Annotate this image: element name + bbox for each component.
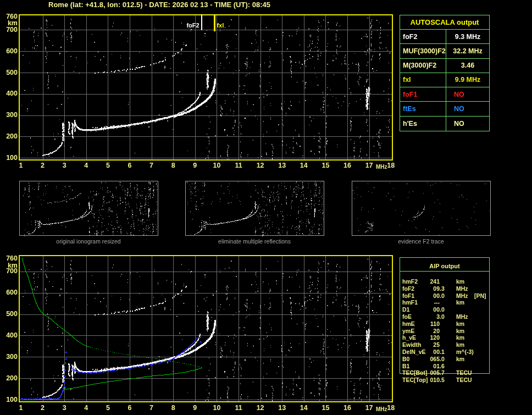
top-plot-x-axis-unit: MHz (376, 164, 387, 170)
autoscala-row-muf3000f2: MUF(3000)F232.2 MHz (400, 44, 489, 58)
aip-row-unit: TECU (456, 377, 472, 383)
aip-row-d1: D100.0 (400, 306, 489, 313)
autoscala-row-label: foF1 (400, 87, 446, 101)
aip-row-unit: MHz (456, 285, 468, 292)
top-plot-x-tick: 5 (102, 162, 114, 169)
autoscala-row-value: NO (446, 87, 489, 101)
autoscala-row-value: 9.3 MHz (446, 30, 489, 43)
top-plot-x-tick: 14 (298, 162, 310, 169)
top-plot-x-tick: 3 (58, 162, 70, 169)
autoscala-row-label: ftEs (400, 102, 446, 115)
top-plot-y-tick: 100 (1, 154, 18, 162)
aip-row-value-int: 010 (410, 377, 440, 383)
aip-row-name: B1 (402, 363, 409, 369)
aip-row-unit: km (456, 356, 464, 362)
autoscala-table-header: AUTOSCALA output (400, 15, 489, 30)
bottom-plot-x-tick: 13 (276, 405, 288, 412)
top-plot-x-tick: 16 (341, 162, 353, 169)
aip-row-extra: [PN] (474, 292, 486, 299)
top-plot-x-tick: 13 (276, 162, 288, 169)
aip-row-value-int: 241 (410, 278, 440, 285)
bottom-plot-y-tick: 100 (1, 396, 18, 403)
top-plot-x-tick: 9 (189, 162, 201, 169)
aip-row-ewidth: Ewidth25km (400, 341, 489, 348)
bottom-plot-x-tick: 15 (319, 405, 331, 412)
bottom-plot-x-tick: 7 (146, 405, 158, 412)
aip-row-unit: km (456, 341, 464, 348)
top-plot-y-tick: 500 (1, 69, 18, 76)
aip-row-yme: ymE20km (400, 328, 489, 334)
aip-row-value-frac: .0 (440, 292, 445, 299)
top-plot-x-tick: 12 (254, 162, 267, 169)
bottom-plot-x-axis-unit: MHz (376, 407, 387, 412)
autoscala-output-table: AUTOSCALA output foF29.3 MHzMUF(3000)F23… (400, 15, 490, 131)
aip-row-value-frac: .0 (440, 306, 445, 313)
aip-row-value-frac: .6 (440, 363, 445, 369)
aip-row-unit: TECU (456, 369, 472, 376)
fxI-marker-label: fxI (217, 23, 224, 29)
bottom-plot-x-tick: 8 (167, 405, 179, 412)
autoscala-row-fof1: foF1NO (400, 87, 489, 102)
autoscala-row-label: h'Es (400, 117, 446, 131)
bottom-plot-x-tick: 1 (15, 405, 27, 412)
aip-row-value-int: 065 (410, 356, 440, 362)
aip-header-separator (400, 271, 489, 272)
station-date-time-title: Rome (lat: +41.8, lon: 012.5) - DATE: 20… (48, 1, 270, 9)
autoscala-row-value: 32.2 MHz (446, 44, 489, 58)
bottom-plot-x-tick: 5 (102, 405, 114, 412)
aip-row-name: D1 (402, 306, 409, 313)
bottom-plot-x-tick: 17 (363, 405, 375, 412)
aip-row-value-int: 00 (410, 292, 440, 299)
top-plot-x-tick: 7 (146, 162, 158, 169)
aip-row-hmf2: hmF2241km (400, 278, 489, 285)
bottom-plot-y-axis-unit: km (1, 262, 18, 269)
aip-row-foe: foE3.0MHz (400, 313, 489, 320)
top-plot-x-tick: 1 (15, 162, 27, 169)
aip-row-hve: h_vE120km (400, 334, 489, 341)
autoscala-row-m3000f2: M(3000)F23.46 (400, 59, 489, 73)
top-plot-x-tick: 8 (167, 162, 179, 169)
aip-row-value-int: 110 (410, 320, 440, 327)
aip-row-value-frac: .1 (440, 348, 445, 355)
aip-row-fof2: foF209.3MHz (400, 285, 489, 292)
autoscala-program-window: Rome (lat: +41.8, lon: 012.5) - DATE: 20… (0, 0, 532, 415)
bottom-plot-x-tick: 2 (37, 405, 49, 412)
aip-row-fof1: foF100.0MHz[PN] (400, 292, 489, 299)
bottom-plot-x-tick: 14 (298, 405, 310, 412)
aip-row-value-int: 00 (410, 348, 440, 355)
aip-row-name: B0 (402, 356, 409, 362)
aip-row-value-frac: .0 (440, 313, 445, 320)
autoscala-row-label: foF2 (400, 30, 446, 43)
top-plot-y-tick: 300 (1, 112, 18, 119)
autoscala-row-ftes: ftEsNO (400, 102, 489, 116)
aip-row-delnve: DelN_vE00.1m^(-3) (400, 348, 489, 355)
aip-row-unit: km (456, 334, 464, 341)
autoscala-row-value: NO (446, 102, 489, 115)
bottom-plot-y-tick: 600 (1, 289, 18, 296)
autoscala-row-value: 9.9 MHz (446, 73, 489, 87)
aip-row-tectop: TEC[Top]010.5TECU (400, 377, 489, 383)
bottom-plot-x-tick: 6 (124, 405, 136, 412)
thumbnail-caption-eliminate: eliminate multiple reflections (189, 239, 320, 245)
top-plot-x-tick: 4 (80, 162, 92, 169)
aip-row-value-int: 00 (410, 306, 440, 313)
top-plot-x-tick: 10 (210, 162, 223, 169)
top-plot-x-tick: 2 (37, 162, 49, 169)
bottom-plot-x-tick: 12 (254, 405, 267, 412)
aip-row-unit: km (456, 299, 464, 306)
aip-row-value-int: 25 (410, 341, 440, 348)
top-plot-x-tick: 11 (232, 162, 245, 169)
aip-row-b0: B0065.0km (400, 356, 489, 362)
aip-row-b1: B101.6 (400, 363, 489, 369)
aip-row-value-frac: .7 (440, 369, 445, 376)
bottom-plot-x-tick: 3 (58, 405, 70, 412)
autoscala-row-value: NO (446, 117, 489, 131)
aip-row-value-int: 005 (410, 369, 440, 376)
bottom-plot-y-tick: 400 (1, 332, 18, 339)
autoscala-row-fof2: foF29.3 MHz (400, 30, 489, 44)
top-plot-y-tick: 200 (1, 133, 18, 140)
thumbnail-caption-original: original ionogram resized (23, 239, 154, 245)
bottom-plot-x-tick: 16 (341, 405, 353, 412)
bottom-plot-y-tick: 500 (1, 311, 18, 318)
autoscala-row-value: 3.46 (446, 59, 489, 73)
